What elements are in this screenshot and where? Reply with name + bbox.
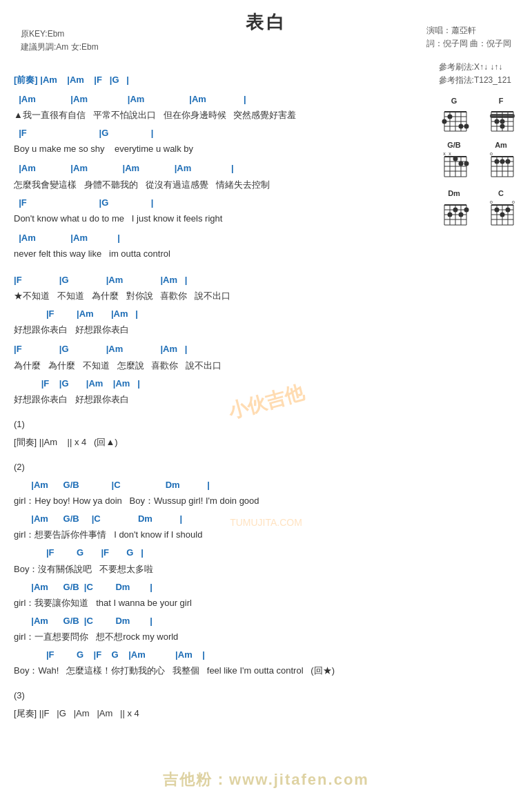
svg-point-68 — [453, 208, 458, 213]
s2-lyric5: girl：一直想要問你 想不想rock my world — [14, 629, 418, 645]
chord-dm: Dm — [433, 189, 475, 232]
chorus-block1: |F |G |Am |Am | ★不知道 不知道 為什麼 對你說 喜歡你 說不出… — [14, 273, 418, 337]
section3-line: [尾奏] ||F |G |Am |Am || x 4 — [14, 706, 418, 721]
chorus-chords2: |F |Am |Am | — [14, 306, 418, 322]
v1b1-lyric1: ▲我一直很有自信 平常不怕說出口 但在你身邊時候 突然感覺好害羞 — [14, 108, 418, 123]
strum-info: 參考刷法:X↑↓ ↓↑↓ 參考指法:T123_121 — [439, 61, 511, 87]
s2-lyric2: girl：想要告訴你件事情 I don't know if I should — [14, 527, 418, 542]
chorus-block2: |F |G |Am |Am | 為什麼 為什麼 不知道 怎麼說 喜歡你 說不出口… — [14, 342, 418, 406]
s2-lyric6: Boy：Wah! 怎麼這樣！你打動我的心 我整個 feel like I'm o… — [14, 663, 418, 678]
chord-f-grid — [486, 106, 516, 135]
chord-gb-grid: x x — [439, 150, 469, 184]
s2-chords3: |F G |F G | — [14, 545, 418, 560]
svg-point-69 — [459, 213, 464, 217]
svg-point-83 — [495, 208, 500, 213]
chord-am-grid: o — [486, 150, 516, 184]
verse1-block1: |Am |Am |Am |Am | ▲我一直很有自信 平常不怕說出口 但在你身邊… — [14, 92, 418, 157]
chord-dm-grid — [439, 199, 469, 232]
chord-f: F — [480, 97, 522, 135]
svg-rect-24 — [490, 114, 515, 118]
chorus-lyric4: 好想跟你表白 好想跟你表白 — [14, 392, 418, 407]
chorus-lyric3: 為什麼 為什麼 不知道 怎麼說 喜歡你 說不出口 — [14, 358, 418, 373]
interlude-label: (1) — [14, 417, 418, 432]
v1b1-chords1: |Am |Am |Am |Am | — [14, 92, 418, 107]
svg-point-70 — [464, 208, 469, 213]
chord-diagrams: G F — [433, 97, 522, 232]
interlude-section: (1) [間奏] ||Am || x 4 (回▲) — [14, 417, 418, 450]
section3: (3) [尾奏] ||F |G |Am |Am || x 4 — [14, 688, 418, 721]
svg-text:o: o — [490, 199, 493, 204]
svg-point-26 — [500, 119, 505, 124]
svg-point-13 — [464, 124, 469, 129]
v1b2-chords1: |Am |Am |Am |Am | — [14, 161, 418, 176]
suggested-key: 建議男調:Am 女:Ebm — [21, 41, 99, 54]
section3-label: (3) — [14, 688, 418, 703]
s2-chords6: |F G |F G |Am |Am | — [14, 647, 418, 663]
svg-text:x: x — [443, 151, 446, 156]
svg-text:x: x — [449, 151, 451, 156]
bottom-brand: 吉他粉：www.jitafen.com — [163, 769, 369, 790]
chorus-chords3: |F |G |Am |Am | — [14, 342, 418, 357]
svg-point-12 — [459, 124, 464, 129]
v1b2-chords2: |F |G | — [14, 195, 418, 210]
chord-g: G — [433, 97, 475, 135]
v1b3-chords: |Am |Am | — [14, 231, 418, 246]
svg-point-85 — [506, 208, 511, 213]
chord-c-grid: o o — [486, 199, 516, 232]
svg-point-41 — [459, 161, 464, 166]
svg-point-25 — [495, 119, 500, 124]
svg-text:o: o — [512, 199, 515, 204]
svg-point-10 — [442, 119, 447, 124]
svg-point-67 — [448, 213, 453, 217]
meta-right: 演唱：蕭亞軒 詞：倪子岡 曲：倪子岡 — [426, 24, 511, 50]
v1b3-lyric: never felt this way like im outta contro… — [14, 246, 418, 262]
interlude-line: [間奏] ||Am || x 4 (回▲) — [14, 435, 418, 450]
v1b2-lyric2: Don't know what u do to me I just know i… — [14, 211, 418, 226]
chorus-chords4: |F |G |Am |Am | — [14, 376, 418, 391]
svg-point-54 — [495, 159, 500, 164]
meta-left: 原KEY:Ebm 建議男調:Am 女:Ebm — [21, 28, 99, 54]
s2-chords4: |Am G/B |C Dm | — [14, 580, 418, 595]
verse1-block2: |Am |Am |Am |Am | 怎麼我會變這樣 身體不聽我的 從沒有過這感覺… — [14, 161, 418, 226]
svg-point-27 — [500, 124, 505, 129]
chord-am: Am o — [480, 141, 522, 184]
s2-chords1: |Am G/B |C Dm | — [14, 478, 418, 493]
strum-pattern: 參考刷法:X↑↓ ↓↑↓ — [439, 61, 511, 74]
s2-chords5: |Am G/B |C Dm | — [14, 614, 418, 629]
chord-c: C o o — [480, 189, 522, 232]
svg-point-84 — [500, 213, 505, 217]
chorus-lyric1: ★不知道 不知道 為什麼 對你說 喜歡你 說不出口 — [14, 288, 418, 304]
svg-point-11 — [448, 115, 453, 119]
v1b1-chords2: |F |G | — [14, 126, 418, 141]
svg-text:o: o — [490, 151, 493, 156]
s2-lyric4: girl：我要讓你知道 that I wanna be your girl — [14, 596, 418, 611]
s2-lyric1: girl：Hey boy! How ya doin Boy：Wussup gir… — [14, 493, 418, 509]
chord-gb: G/B x x — [433, 141, 475, 184]
v1b2-lyric1: 怎麼我會變這樣 身體不聽我的 從沒有過這感覺 情緒失去控制 — [14, 177, 418, 193]
chorus-chords1: |F |G |Am |Am | — [14, 273, 418, 288]
svg-point-40 — [453, 157, 458, 161]
verse1-block3: |Am |Am | never felt this way like im ou… — [14, 231, 418, 262]
intro-chords: [前奏] |Am |Am |F |G | — [14, 72, 418, 88]
singer: 演唱：蕭亞軒 — [426, 24, 511, 37]
chord-g-grid — [439, 106, 469, 135]
svg-point-56 — [506, 159, 511, 164]
section2: (2) |Am G/B |C Dm | girl：Hey boy! How ya… — [14, 460, 418, 678]
chorus-lyric2: 好想跟你表白 好想跟你表白 — [14, 322, 418, 337]
s2-chords2: |Am G/B |C Dm | — [14, 511, 418, 527]
section2-label: (2) — [14, 460, 418, 475]
svg-point-42 — [464, 161, 469, 166]
lyricist: 詞：倪子岡 曲：倪子岡 — [426, 37, 511, 50]
original-key: 原KEY:Ebm — [21, 28, 99, 41]
s2-lyric3: Boy：沒有關係說吧 不要想太多啦 — [14, 562, 418, 577]
intro-section: [前奏] |Am |Am |F |G | — [14, 72, 418, 88]
page: 表白 原KEY:Ebm 建議男調:Am 女:Ebm 演唱：蕭亞軒 詞：倪子岡 曲… — [0, 0, 532, 804]
svg-point-55 — [500, 159, 505, 164]
v1b1-lyric2: Boy u make me so shy everytime u walk by — [14, 141, 418, 157]
finger-pattern: 參考指法:T123_121 — [439, 74, 511, 87]
